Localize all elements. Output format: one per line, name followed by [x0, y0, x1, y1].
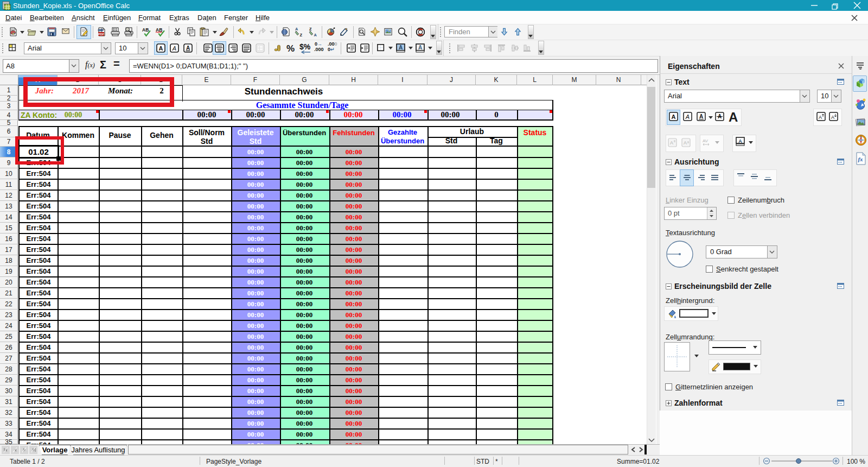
svg-text:A: A: [672, 113, 676, 120]
svg-text:A: A: [684, 140, 687, 146]
svg-text:N: N: [860, 136, 861, 138]
svg-text:Z: Z: [300, 33, 303, 37]
svg-text:A: A: [314, 33, 317, 37]
svg-text:A: A: [819, 115, 822, 120]
svg-text:AV: AV: [703, 138, 709, 143]
svg-text:AB: AB: [142, 27, 149, 33]
svg-text:A: A: [172, 45, 176, 52]
svg-text:A: A: [186, 45, 190, 51]
svg-text:A: A: [399, 45, 403, 51]
svg-text:PDF: PDF: [98, 33, 105, 36]
svg-text:A: A: [685, 113, 690, 120]
svg-text:A: A: [699, 113, 703, 119]
svg-text:A: A: [738, 138, 742, 144]
svg-text:A: A: [295, 27, 298, 31]
svg-text:fx: fx: [858, 156, 863, 162]
svg-text:A: A: [159, 45, 163, 52]
svg-text:A: A: [831, 115, 834, 120]
svg-text:A: A: [670, 140, 673, 146]
svg-text:Z: Z: [309, 27, 312, 31]
svg-text:A: A: [418, 45, 422, 51]
